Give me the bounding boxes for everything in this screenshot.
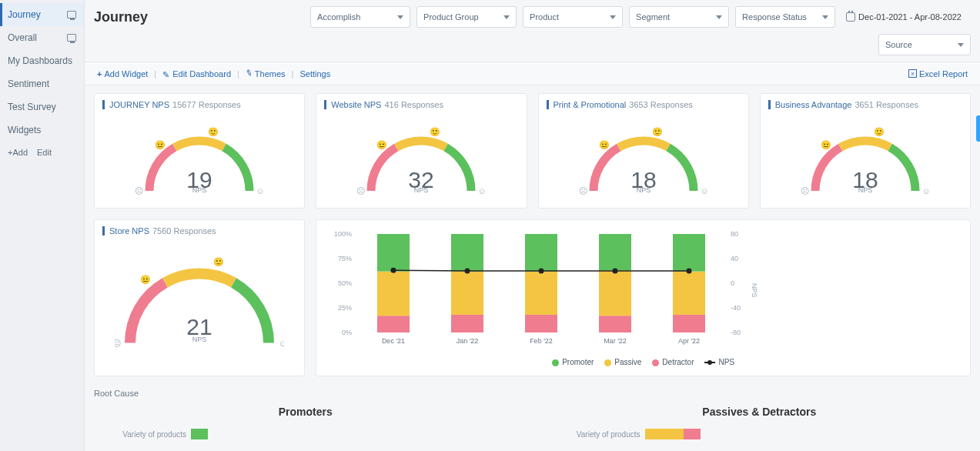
passives-detractors-heading: Passives & Detractors xyxy=(548,406,972,418)
promoters-heading: Promoters xyxy=(94,406,517,418)
root-cause-promoters: Promoters Variety of products xyxy=(94,406,517,439)
excel-report-button[interactable]: xExcel Report xyxy=(905,68,971,80)
gauge-widget: Print & Promotional3653 Responses ☹😐🙂☺ 1… xyxy=(538,93,749,209)
legend-label: Passive xyxy=(614,358,641,366)
filter-product-group[interactable]: Product Group xyxy=(416,6,517,28)
add-widget-label: Add Widget xyxy=(104,69,148,79)
settings-button[interactable]: Settings xyxy=(296,68,333,80)
y-left-tick: 25% xyxy=(338,304,352,312)
sidebar-item-sentiment[interactable]: Sentiment xyxy=(0,72,84,95)
gauge-chart: ☹😐🙂☺ 19 NPS xyxy=(130,118,269,195)
widget-subtitle: 3653 Responses xyxy=(629,100,693,109)
right-edge-tab[interactable] xyxy=(976,115,980,142)
widget-title: Print & Promotional3653 Responses xyxy=(547,100,741,109)
sidebar-item-overall[interactable]: Overall xyxy=(0,26,84,49)
bar-detractor xyxy=(673,315,705,332)
gauge-face-icon: 😐 xyxy=(598,139,609,150)
sidebar-item-my-dashboards[interactable]: My Dashboards xyxy=(0,49,84,72)
root-cause-passives-detractors: Passives & Detractors Variety of product… xyxy=(548,406,972,439)
sidebar-item-label: Sentiment xyxy=(8,79,49,89)
gauge-face-icon: 🙂 xyxy=(430,126,441,137)
sidebar-edit[interactable]: Edit xyxy=(37,148,52,157)
paint-icon xyxy=(246,68,253,79)
widget-title: Website NPS416 Responses xyxy=(324,100,518,109)
sidebar-item-journey[interactable]: Journey xyxy=(0,3,84,26)
gauge-chart: ☹😐🙂☺ 32 NPS xyxy=(352,118,490,195)
nps-point xyxy=(465,269,470,274)
legend-item: Passive xyxy=(604,358,641,366)
gauge-label: NPS xyxy=(858,186,873,194)
widget-subtitle: 15677 Responses xyxy=(172,100,241,109)
gauge-face-icon: 🙂 xyxy=(213,256,224,267)
rc-row: Variety of products xyxy=(548,429,972,439)
calendar-icon xyxy=(846,12,855,22)
toolbar: Add Widget | Edit Dashboard | Themes | S… xyxy=(85,62,980,85)
y-right-tick: 0 xyxy=(731,279,734,287)
topbar: Journey AccomplishProduct GroupProductSe… xyxy=(85,0,980,31)
y-left-tick: 50% xyxy=(338,279,352,287)
y-left-tick: 100% xyxy=(334,230,352,238)
gauge-face-icon: 🙂 xyxy=(652,126,663,137)
gauge-label: NPS xyxy=(636,186,651,194)
bar-passive xyxy=(673,272,705,315)
widget-subtitle: 3651 Responses xyxy=(855,100,918,109)
gauge-widget: JOURNEY NPS15677 Responses ☹😐🙂☺ 19 NPS xyxy=(94,93,305,209)
gauge-label: NPS xyxy=(414,186,429,194)
y-right-tick: -40 xyxy=(731,304,741,312)
widget-title: Store NPS7560 Responses xyxy=(102,226,296,236)
gauge-widget: Website NPS416 Responses ☹😐🙂☺ 32 NPS xyxy=(316,93,527,209)
bar-detractor xyxy=(525,315,557,332)
filter-label: Product xyxy=(530,12,559,22)
legend-label: Promoter xyxy=(562,358,594,366)
caret-down-icon xyxy=(716,15,722,19)
filter-source[interactable]: Source xyxy=(878,34,971,55)
date-range-text: Dec-01-2021 - Apr-08-2022 xyxy=(858,12,962,22)
caret-down-icon xyxy=(822,15,828,19)
sidebar-add[interactable]: +Add xyxy=(8,148,28,157)
legend-item: Promoter xyxy=(552,358,594,366)
filter-accomplish[interactable]: Accomplish xyxy=(310,6,410,28)
bar-detractor xyxy=(599,316,631,332)
nps-point xyxy=(539,269,544,274)
bar-detractor xyxy=(451,315,483,332)
widget-title: Business Advantage3651 Responses xyxy=(768,100,962,109)
themes-button[interactable]: Themes xyxy=(242,67,289,80)
chart-legend: PromoterPassiveDetractorNPS xyxy=(324,358,962,366)
gauge-face-icon: 😐 xyxy=(155,139,166,150)
gauge-face-icon: ☺ xyxy=(921,186,930,195)
date-range-picker[interactable]: Dec-01-2021 - Apr-08-2022 xyxy=(841,9,971,25)
bar-detractor xyxy=(377,316,410,332)
gauge-face-icon: 🙂 xyxy=(209,126,219,137)
gauge-face-icon: 😐 xyxy=(821,139,831,150)
edit-dashboard-button[interactable]: Edit Dashboard xyxy=(159,68,234,80)
add-widget-button[interactable]: Add Widget xyxy=(94,68,151,80)
page-title: Journey xyxy=(94,9,148,25)
legend-swatch xyxy=(652,359,659,366)
x-tick: Feb '22 xyxy=(530,337,553,345)
excel-icon: x xyxy=(908,69,917,78)
rc-row-label: Variety of products xyxy=(548,430,641,439)
filter-response-status[interactable]: Response Status xyxy=(735,6,835,28)
bar-passive xyxy=(525,272,557,315)
caret-down-icon xyxy=(503,15,510,19)
filter-source-label: Source xyxy=(885,40,912,49)
widget-subtitle: 7560 Responses xyxy=(152,226,216,236)
y-right-tick: 40 xyxy=(731,255,738,262)
sidebar-item-widgets[interactable]: Widgets xyxy=(0,119,84,142)
sidebar-item-test-survey[interactable]: Test Survey xyxy=(0,95,84,119)
monitor-icon xyxy=(67,11,76,18)
legend-swatch xyxy=(552,359,559,366)
gauge-face-icon: ☺ xyxy=(256,186,265,195)
filter-segment[interactable]: Segment xyxy=(629,6,729,28)
filter-product[interactable]: Product xyxy=(523,6,623,28)
gauge-face-icon: ☹ xyxy=(578,186,587,195)
monitor-icon xyxy=(67,34,76,42)
rc-bar-passive xyxy=(645,429,684,439)
widget-title-text: Website NPS xyxy=(331,100,381,109)
caret-down-icon xyxy=(958,43,964,47)
x-tick: Mar '22 xyxy=(604,337,627,345)
gauge-face-icon: ☹ xyxy=(356,186,365,195)
nps-point xyxy=(613,269,618,274)
root-cause-section: Root Cause Promoters Variety of products… xyxy=(85,384,980,439)
widget-title-text: Print & Promotional xyxy=(554,100,627,109)
